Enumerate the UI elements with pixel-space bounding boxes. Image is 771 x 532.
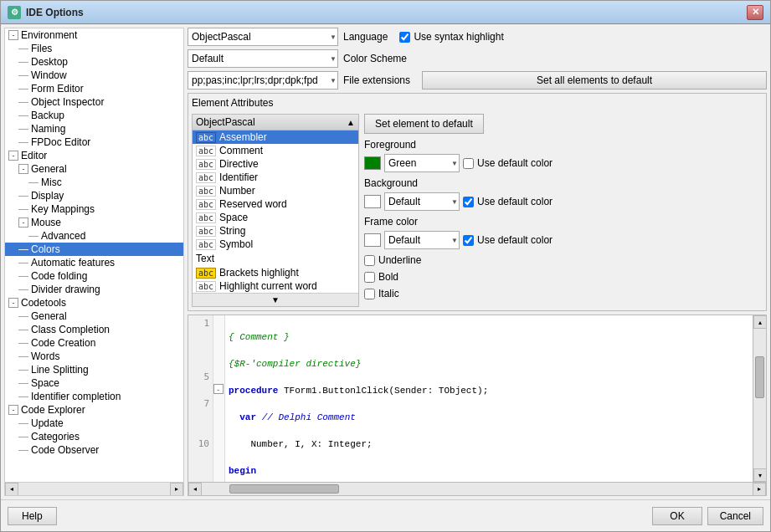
language-dropdown[interactable]: ObjectPascal [188, 28, 338, 46]
elem-reserved-word[interactable]: abc Reserved word [193, 197, 358, 211]
elem-comment[interactable]: abc Comment [193, 144, 358, 157]
frame-use-default-label[interactable]: Use default color [463, 234, 553, 246]
vscroll-track[interactable] [753, 329, 766, 468]
sidebar-item-code-folding[interactable]: — Code folding [5, 269, 183, 283]
sidebar-item-divider-drawing[interactable]: — Divider drawing [5, 283, 183, 296]
cancel-button[interactable]: Cancel [707, 507, 763, 525]
hscroll-track[interactable] [202, 483, 753, 495]
scroll-up-arrow[interactable]: ▴ [753, 315, 767, 329]
expand-icon[interactable]: - [8, 405, 18, 415]
bg-use-default-checkbox[interactable] [463, 197, 474, 207]
elem-number[interactable]: abc Number [193, 184, 358, 197]
sidebar-item-naming[interactable]: — Naming [5, 122, 183, 136]
sidebar-item-display[interactable]: — Display [5, 189, 183, 202]
vscroll-thumb[interactable] [755, 356, 764, 398]
expand-icon[interactable]: - [8, 298, 18, 308]
sidebar-item-fpdoc[interactable]: — FPDoc Editor [5, 136, 183, 149]
sidebar-item-identifier-completion[interactable]: — Identifier completion [5, 390, 183, 403]
sidebar-item-label: Words [31, 350, 59, 362]
scroll-down-arrow[interactable]: ▾ [753, 468, 767, 482]
sidebar-item-window[interactable]: — Window [5, 69, 183, 82]
tree-scroll[interactable]: - Environment — Files — Desktop — Window… [5, 28, 183, 482]
elem-assembler[interactable]: abc Assembler [193, 130, 358, 144]
editor-vertical-scrollbar[interactable]: ▴ ▾ [753, 315, 766, 482]
sidebar-item-general[interactable]: - General [5, 162, 183, 176]
bg-use-default-label[interactable]: Use default color [463, 196, 553, 207]
sidebar-item-form-editor[interactable]: — Form Editor [5, 82, 183, 95]
sidebar-item-categories[interactable]: — Categories [5, 430, 183, 443]
set-element-default-button[interactable]: Set element to default [364, 114, 484, 134]
frame-dropdown[interactable]: Default [384, 231, 460, 249]
elem-brackets-highlight[interactable]: abc Brackets highlight [193, 266, 358, 279]
elem-identifier[interactable]: abc Identifier [193, 171, 358, 184]
expand-icon[interactable]: - [8, 30, 18, 40]
sidebar-item-codetools[interactable]: - Codetools [5, 296, 183, 309]
foreground-dropdown[interactable]: Green [384, 154, 460, 172]
set-all-default-button[interactable]: Set all elements to default [422, 71, 767, 90]
elem-highlight-current[interactable]: abc Highlight current word [193, 279, 358, 293]
sidebar-item-code-creation[interactable]: — Code Creation [5, 336, 183, 350]
syntax-highlight-checkbox[interactable] [399, 32, 410, 43]
sidebar-item-key-mappings[interactable]: — Key Mappings [5, 202, 183, 216]
hscroll-left-arrow[interactable]: ◂ [188, 483, 202, 496]
sidebar-item-general2[interactable]: — General [5, 309, 183, 323]
sidebar-item-desktop[interactable]: — Desktop [5, 55, 183, 69]
sidebar-item-editor[interactable]: - Editor [5, 149, 183, 162]
tree-horizontal-scrollbar[interactable]: ◂ ▸ [5, 482, 183, 495]
file-ext-dropdown[interactable]: pp;pas;inc;lpr;lrs;dpr;dpk;fpd [188, 71, 338, 90]
elem-directive[interactable]: abc Directive [193, 157, 358, 171]
hscroll-right-arrow[interactable]: ▸ [753, 483, 766, 496]
scroll-right-arrow[interactable]: ▸ [170, 483, 183, 496]
sidebar-item-advanced[interactable]: — Advanced [5, 229, 183, 243]
sidebar-item-misc[interactable]: — Misc [5, 176, 183, 189]
color-scheme-dropdown[interactable]: Default [188, 49, 338, 68]
hscroll-thumb[interactable] [229, 484, 340, 494]
sidebar-item-object-inspector[interactable]: — Object Inspector [5, 95, 183, 109]
elem-string[interactable]: abc String [193, 224, 358, 238]
ok-button[interactable]: OK [652, 507, 702, 525]
close-button[interactable]: ✕ [747, 5, 763, 20]
hscroll-track[interactable] [18, 483, 170, 495]
sidebar-item-code-observer[interactable]: — Code Observer [5, 443, 183, 457]
left-panel: - Environment — Files — Desktop — Window… [4, 28, 184, 496]
sidebar-item-mouse[interactable]: - Mouse [5, 216, 183, 229]
fg-use-default-label[interactable]: Use default color [463, 157, 553, 169]
bold-label[interactable]: Bold [364, 271, 763, 283]
abc-badge: abc [196, 226, 216, 237]
frame-label: Frame color [364, 216, 763, 228]
sidebar-item-files[interactable]: — Files [5, 42, 183, 55]
frame-use-default-checkbox[interactable] [463, 235, 474, 246]
elem-space[interactable]: abc Space [193, 211, 358, 224]
sidebar-item-environment[interactable]: - Environment [5, 28, 183, 42]
sidebar-item-colors[interactable]: — Colors [5, 243, 183, 256]
background-dropdown[interactable]: Default [384, 192, 460, 211]
list-scroll-arrow[interactable]: ▲ [347, 118, 355, 127]
sidebar-item-space[interactable]: — Space [5, 376, 183, 390]
help-button[interactable]: Help [8, 507, 57, 525]
sidebar-item-backup[interactable]: — Backup [5, 109, 183, 122]
syntax-highlight-label[interactable]: Use syntax highlight [399, 31, 503, 43]
sidebar-item-class-completion[interactable]: — Class Completion [5, 323, 183, 336]
expand-icon[interactable]: - [8, 151, 18, 161]
elem-symbol[interactable]: abc Symbol [193, 238, 358, 251]
fold-button[interactable]: - [213, 384, 224, 394]
scroll-left-arrow[interactable]: ◂ [5, 483, 18, 496]
expand-icon[interactable]: - [18, 164, 28, 174]
list-scroll-down-arrow[interactable]: ▼ [271, 295, 280, 304]
fg-use-default-checkbox[interactable] [463, 158, 474, 169]
sidebar-item-update[interactable]: — Update [5, 417, 183, 430]
sidebar-item-code-explorer[interactable]: - Code Explorer [5, 403, 183, 417]
italic-checkbox[interactable] [364, 289, 375, 299]
sidebar-item-label: Identifier completion [31, 391, 121, 402]
sidebar-item-words[interactable]: — Words [5, 350, 183, 363]
sidebar-item-line-splitting[interactable]: — Line Splitting [5, 363, 183, 376]
underline-label[interactable]: Underline [364, 254, 763, 266]
element-list-scroll[interactable]: abc Assembler abc Comment abc Directive [193, 130, 358, 293]
code-editor[interactable]: { Comment } {$R-'compiler directive} pro… [225, 315, 753, 482]
bold-checkbox[interactable] [364, 272, 375, 283]
editor-horizontal-scrollbar[interactable]: ◂ ▸ [188, 482, 766, 495]
expand-icon[interactable]: - [18, 217, 28, 228]
underline-checkbox[interactable] [364, 255, 375, 266]
sidebar-item-automatic-features[interactable]: — Automatic features [5, 256, 183, 269]
italic-label[interactable]: Italic [364, 288, 763, 299]
